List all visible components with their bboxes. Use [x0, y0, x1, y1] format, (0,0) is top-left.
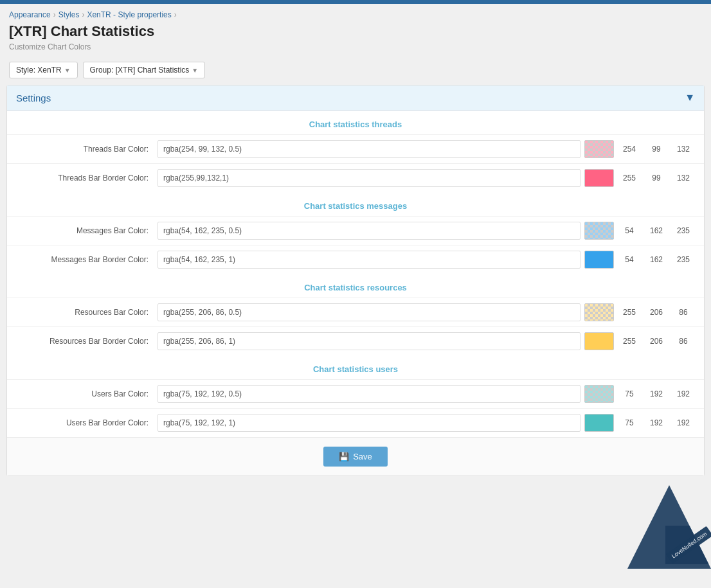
toolbar: Style: XenTR ▼ Group: [XTR] Chart Statis… — [0, 58, 711, 85]
threads-border-g: 99 — [645, 174, 668, 183]
threads-bar-r: 254 — [618, 145, 641, 154]
breadcrumb-appearance[interactable]: Appearance — [9, 10, 51, 19]
breadcrumb-styles[interactable]: Styles — [59, 10, 80, 19]
threads-border-color-input[interactable] — [158, 169, 580, 187]
threads-border-color-swatch[interactable] — [584, 169, 614, 187]
resources-border-color-input[interactable] — [158, 332, 580, 350]
threads-border-color-row: Threads Bar Border Color: 255 99 132 — [7, 163, 704, 192]
save-label: Save — [353, 452, 372, 461]
section-threads-heading: Chart statistics threads — [7, 111, 704, 134]
section-users-heading: Chart statistics users — [7, 355, 704, 379]
users-bar-r: 75 — [618, 389, 641, 398]
settings-title: Settings — [16, 93, 51, 103]
threads-border-r: 255 — [618, 174, 641, 183]
resources-border-b: 86 — [672, 337, 695, 346]
group-dropdown-caret: ▼ — [192, 67, 198, 74]
resources-border-color-row: Resources Bar Border Color: 255 206 86 — [7, 326, 704, 355]
main-content: Settings ▼ Chart statistics threads Thre… — [6, 85, 705, 476]
resources-border-color-input-wrap: 255 206 86 — [158, 332, 695, 350]
users-bar-b: 192 — [672, 389, 695, 398]
section-messages-heading: Chart statistics messages — [7, 192, 704, 216]
messages-bar-color-label: Messages Bar Color: — [16, 226, 158, 235]
group-dropdown[interactable]: Group: [XTR] Chart Statistics ▼ — [83, 62, 206, 78]
resources-bar-r: 255 — [618, 308, 641, 317]
messages-border-color-input[interactable] — [158, 251, 580, 269]
messages-bar-g: 162 — [645, 226, 668, 235]
messages-border-r: 54 — [618, 255, 641, 264]
users-bar-g: 192 — [645, 389, 668, 398]
messages-border-g: 162 — [645, 255, 668, 264]
users-bar-color-row: Users Bar Color: 75 192 192 — [7, 379, 704, 408]
resources-border-r: 255 — [618, 337, 641, 346]
messages-bar-r: 54 — [618, 226, 641, 235]
section-resources-heading: Chart statistics resources — [7, 274, 704, 298]
threads-bar-color-input-wrap: 254 99 132 — [158, 140, 695, 158]
messages-border-b: 235 — [672, 255, 695, 264]
threads-border-color-label: Threads Bar Border Color: — [16, 174, 158, 183]
style-dropdown-label: Style: XenTR — [16, 66, 62, 75]
page-title: [XTR] Chart Statistics — [0, 22, 711, 41]
breadcrumb-sep-3: › — [174, 10, 177, 19]
users-bar-color-input[interactable] — [158, 385, 580, 403]
users-bar-color-input-wrap: 75 192 192 — [158, 385, 695, 403]
users-bar-color-label: Users Bar Color: — [16, 389, 158, 398]
threads-bar-color-swatch[interactable] — [584, 140, 614, 158]
threads-bar-color-row: Threads Bar Color: 254 99 132 — [7, 134, 704, 163]
group-dropdown-label: Group: [XTR] Chart Statistics — [90, 66, 190, 75]
threads-border-color-input-wrap: 255 99 132 — [158, 169, 695, 187]
save-bar: 💾 Save — [7, 437, 704, 476]
breadcrumb-sep-1: › — [53, 10, 56, 19]
users-border-b: 192 — [672, 418, 695, 427]
breadcrumb-sep-2: › — [82, 10, 84, 19]
resources-bar-color-input[interactable] — [158, 303, 580, 321]
messages-bar-color-input[interactable] — [158, 222, 580, 240]
resources-bar-color-label: Resources Bar Color: — [16, 308, 158, 317]
settings-chevron-icon[interactable]: ▼ — [685, 92, 695, 103]
resources-border-color-label: Resources Bar Border Color: — [16, 337, 158, 346]
style-dropdown-caret: ▼ — [64, 67, 71, 74]
resources-bar-g: 206 — [645, 308, 668, 317]
users-border-g: 192 — [645, 418, 668, 427]
users-border-r: 75 — [618, 418, 641, 427]
resources-bar-color-row: Resources Bar Color: 255 206 86 — [7, 298, 704, 326]
resources-bar-b: 86 — [672, 308, 695, 317]
messages-border-color-input-wrap: 54 162 235 — [158, 251, 695, 269]
threads-bar-color-label: Threads Bar Color: — [16, 145, 158, 154]
save-button[interactable]: 💾 Save — [323, 447, 388, 467]
messages-bar-b: 235 — [672, 226, 695, 235]
settings-header: Settings ▼ — [7, 85, 704, 111]
resources-border-g: 206 — [645, 337, 668, 346]
style-dropdown[interactable]: Style: XenTR ▼ — [9, 62, 78, 78]
messages-border-color-swatch[interactable] — [584, 251, 614, 269]
resources-bar-color-swatch[interactable] — [584, 303, 614, 321]
users-bar-color-swatch[interactable] — [584, 385, 614, 403]
breadcrumb: Appearance › Styles › XenTR - Style prop… — [0, 4, 711, 22]
breadcrumb-xentr[interactable]: XenTR - Style properties — [87, 10, 171, 19]
save-icon: 💾 — [339, 452, 349, 461]
messages-bar-color-input-wrap: 54 162 235 — [158, 222, 695, 240]
page-subtitle: Customize Chart Colors — [0, 41, 711, 58]
users-border-color-label: Users Bar Border Color: — [16, 418, 158, 427]
resources-border-color-swatch[interactable] — [584, 332, 614, 350]
messages-bar-color-row: Messages Bar Color: 54 162 235 — [7, 216, 704, 245]
messages-border-color-label: Messages Bar Border Color: — [16, 255, 158, 264]
threads-bar-b: 132 — [672, 145, 695, 154]
messages-bar-color-swatch[interactable] — [584, 222, 614, 240]
users-border-color-input[interactable] — [158, 414, 580, 432]
threads-border-b: 132 — [672, 174, 695, 183]
threads-bar-color-input[interactable] — [158, 140, 580, 158]
messages-border-color-row: Messages Bar Border Color: 54 162 235 — [7, 245, 704, 274]
users-border-color-row: Users Bar Border Color: 75 192 192 — [7, 408, 704, 437]
threads-bar-g: 99 — [645, 145, 668, 154]
users-border-color-swatch[interactable] — [584, 414, 614, 432]
resources-bar-color-input-wrap: 255 206 86 — [158, 303, 695, 321]
users-border-color-input-wrap: 75 192 192 — [158, 414, 695, 432]
